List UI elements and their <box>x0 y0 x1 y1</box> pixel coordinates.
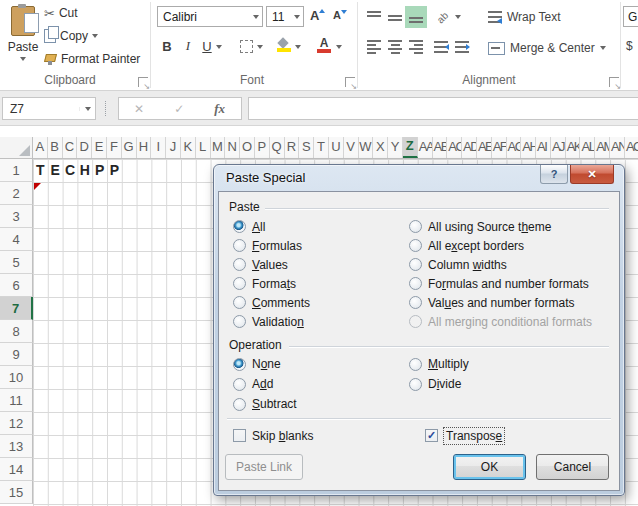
radio-formats[interactable]: Formats <box>233 274 310 293</box>
radio-control-comments[interactable] <box>233 296 246 309</box>
column-header-AM[interactable]: AM <box>595 137 610 158</box>
cell-F1[interactable]: P <box>107 159 122 182</box>
checkbox-skip-blanks[interactable]: Skip blanks <box>233 426 313 445</box>
column-header-R[interactable]: R <box>285 137 300 158</box>
merge-center-button[interactable]: Merge & Center <box>488 41 606 55</box>
top-align-button[interactable] <box>363 6 385 28</box>
column-header-W[interactable]: W <box>359 137 374 158</box>
fill-color-caret[interactable] <box>295 45 301 49</box>
row-header-9[interactable]: 9 <box>0 343 33 366</box>
fill-color-icon[interactable] <box>277 39 291 52</box>
radio-control-divide[interactable] <box>409 378 422 391</box>
radio-none[interactable]: None <box>233 354 297 374</box>
dialog-help-button[interactable]: ? <box>540 165 568 184</box>
radio-divide[interactable]: Divide <box>409 374 469 394</box>
row-header-11[interactable]: 11 <box>0 389 33 412</box>
row-header-7[interactable]: 7 <box>0 297 33 320</box>
column-header-AG[interactable]: AG <box>507 137 522 158</box>
font-size-combo[interactable]: 11 <box>266 6 304 27</box>
row-header-15[interactable]: 15 <box>0 481 33 504</box>
column-header-AO[interactable]: AO <box>625 137 638 158</box>
column-header-C[interactable]: C <box>63 137 78 158</box>
radio-control-formulas[interactable] <box>233 239 246 252</box>
column-header-AJ[interactable]: AJ <box>551 137 566 158</box>
row-header-2[interactable]: 2 <box>0 182 33 205</box>
orientation-button[interactable]: ab <box>432 6 454 28</box>
number-format-combo[interactable]: G <box>623 6 638 27</box>
radio-control-values[interactable] <box>233 258 246 271</box>
column-header-AC[interactable]: AC <box>447 137 462 158</box>
column-header-V[interactable]: V <box>344 137 359 158</box>
paste-dropdown-caret[interactable] <box>20 57 26 61</box>
font-name-caret[interactable] <box>249 15 262 19</box>
merge-center-caret[interactable] <box>600 46 606 50</box>
column-header-AH[interactable]: AH <box>521 137 536 158</box>
font-color-icon[interactable]: A <box>317 37 331 53</box>
radio-formulas-and-number-formats[interactable]: Formulas and number formats <box>409 274 592 293</box>
column-header-H[interactable]: H <box>137 137 152 158</box>
copy-button[interactable]: Copy <box>44 26 98 46</box>
radio-column-widths[interactable]: Column widths <box>409 255 592 274</box>
cancel-button[interactable]: Cancel <box>536 454 609 480</box>
radio-control-formulas-and-number-formats[interactable] <box>409 277 422 290</box>
row-header-4[interactable]: 4 <box>0 228 33 251</box>
radio-comments[interactable]: Comments <box>233 293 310 312</box>
font-name-combo[interactable]: Calibri <box>157 6 263 27</box>
checkbox-control-transpose[interactable]: ✓ <box>425 429 438 442</box>
radio-validation[interactable]: Validation <box>233 312 310 331</box>
radio-values-and-number-formats[interactable]: Values and number formats <box>409 293 592 312</box>
radio-multiply[interactable]: Multiply <box>409 354 469 374</box>
row-header-14[interactable]: 14 <box>0 458 33 481</box>
column-header-M[interactable]: M <box>211 137 226 158</box>
column-header-I[interactable]: I <box>151 137 166 158</box>
name-box[interactable]: Z7 <box>2 97 96 120</box>
column-header-AL[interactable]: AL <box>580 137 595 158</box>
increase-indent-button[interactable] <box>451 36 473 58</box>
column-header-Z[interactable]: Z <box>403 137 418 158</box>
column-header-AN[interactable]: AN <box>610 137 625 158</box>
column-header-U[interactable]: U <box>329 137 344 158</box>
insert-function-icon[interactable]: fx <box>200 101 240 117</box>
font-color-caret[interactable] <box>336 45 342 49</box>
checkbox-transpose[interactable]: ✓Transpose <box>425 426 504 445</box>
shrink-font-button[interactable]: A <box>333 9 341 21</box>
decrease-indent-button[interactable] <box>430 36 452 58</box>
column-header-AI[interactable]: AI <box>536 137 551 158</box>
align-right-button[interactable] <box>405 36 427 58</box>
column-header-E[interactable]: E <box>92 137 107 158</box>
underline-button[interactable]: U <box>200 37 214 55</box>
radio-control-subtract[interactable] <box>233 398 246 411</box>
grow-font-button[interactable]: A <box>310 8 319 23</box>
radio-add[interactable]: Add <box>233 374 297 394</box>
column-header-AD[interactable]: AD <box>462 137 477 158</box>
column-header-T[interactable]: T <box>314 137 329 158</box>
cancel-entry-icon[interactable]: ✕ <box>119 102 159 116</box>
column-header-P[interactable]: P <box>255 137 270 158</box>
bold-button[interactable]: B <box>159 37 175 55</box>
column-header-AE[interactable]: AE <box>477 137 492 158</box>
radio-control-values-and-number-formats[interactable] <box>409 296 422 309</box>
column-header-B[interactable]: B <box>48 137 63 158</box>
row-header-13[interactable]: 13 <box>0 435 33 458</box>
dialog-close-button[interactable]: ✕ <box>570 165 614 184</box>
radio-all-except-borders[interactable]: All except borders <box>409 236 592 255</box>
radio-control-all[interactable] <box>233 220 246 233</box>
row-header-8[interactable]: 8 <box>0 320 33 343</box>
column-header-F[interactable]: F <box>107 137 122 158</box>
align-center-button[interactable] <box>384 36 406 58</box>
wrap-text-button[interactable]: Wrap Text <box>488 10 561 24</box>
name-box-caret[interactable] <box>79 107 95 111</box>
row-header-10[interactable]: 10 <box>0 366 33 389</box>
borders-icon[interactable] <box>240 40 253 53</box>
radio-subtract[interactable]: Subtract <box>233 394 297 414</box>
radio-control-validation[interactable] <box>233 315 246 328</box>
select-all-corner[interactable] <box>0 137 33 158</box>
italic-button[interactable]: I <box>181 37 195 55</box>
currency-format-button[interactable]: $ <box>626 39 633 53</box>
row-header-3[interactable]: 3 <box>0 205 33 228</box>
row-header-5[interactable]: 5 <box>0 251 33 274</box>
alignment-dialog-launcher-icon[interactable] <box>609 77 619 87</box>
row-header-6[interactable]: 6 <box>0 274 33 297</box>
radio-control-none[interactable] <box>233 358 246 371</box>
radio-control-all-except-borders[interactable] <box>409 239 422 252</box>
